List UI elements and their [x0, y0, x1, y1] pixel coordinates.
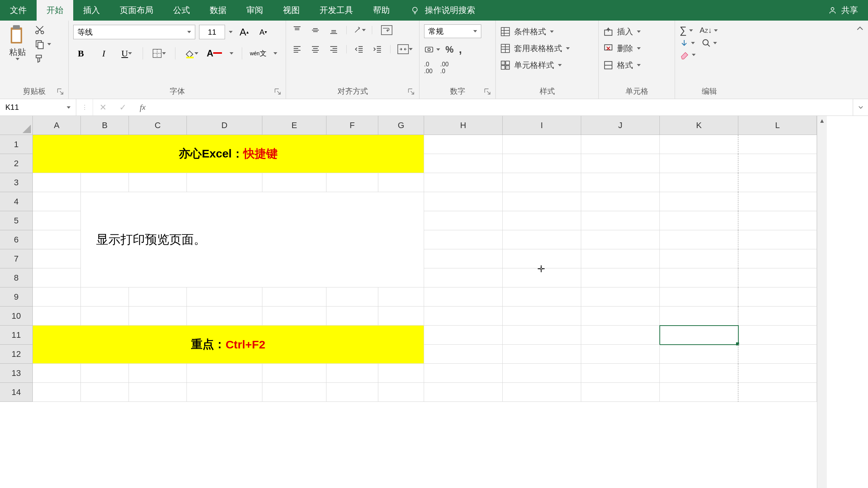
align-top-button[interactable] [291, 24, 304, 36]
bold-button[interactable]: B [73, 46, 88, 61]
cell[interactable] [503, 230, 581, 249]
autosum-button[interactable]: ∑ [680, 24, 693, 36]
increase-indent-button[interactable] [371, 43, 384, 55]
row-header[interactable]: 5 [0, 211, 33, 230]
cell[interactable] [503, 307, 581, 326]
cell[interactable] [424, 192, 503, 211]
vertical-scrollbar[interactable]: ▲ [817, 116, 827, 488]
cell[interactable] [581, 192, 660, 211]
cell[interactable] [581, 307, 660, 326]
cell[interactable] [81, 307, 129, 326]
cell[interactable] [660, 249, 738, 268]
cell[interactable] [738, 307, 817, 326]
tab-file[interactable]: 文件 [0, 0, 37, 21]
tell-me-search[interactable]: 操作说明搜索 [410, 0, 475, 21]
cell[interactable] [738, 364, 817, 383]
row-header[interactable]: 11 [0, 326, 33, 345]
increase-decimal-button[interactable]: .0.00 [424, 61, 432, 75]
cell[interactable] [424, 211, 503, 230]
cell[interactable] [33, 173, 81, 192]
cell[interactable] [129, 307, 187, 326]
merge-center-button[interactable] [397, 43, 413, 55]
cell[interactable] [424, 173, 503, 192]
cell[interactable] [424, 326, 503, 345]
cell[interactable] [262, 383, 326, 402]
column-header[interactable]: K [660, 116, 738, 135]
cell[interactable] [262, 287, 326, 307]
cell[interactable] [581, 383, 660, 402]
cell[interactable] [738, 326, 817, 345]
cell[interactable] [33, 383, 81, 402]
column-header[interactable]: J [581, 116, 660, 135]
font-color-button[interactable]: A [207, 46, 222, 61]
tab-data[interactable]: 数据 [200, 0, 236, 21]
cell[interactable] [424, 230, 503, 249]
tab-pagelayout[interactable]: 页面布局 [110, 0, 163, 21]
cell[interactable] [738, 345, 817, 364]
cell[interactable] [503, 192, 581, 211]
cell[interactable] [378, 287, 424, 307]
cell[interactable] [503, 154, 581, 173]
cell[interactable] [660, 173, 738, 192]
cell[interactable]: 显示打印预览页面。 [81, 192, 424, 287]
insert-cells-button[interactable]: 插入 [603, 24, 641, 39]
cell[interactable] [738, 230, 817, 249]
cell[interactable] [129, 287, 187, 307]
cell[interactable] [262, 173, 326, 192]
align-center-button[interactable] [309, 43, 322, 55]
cell[interactable] [503, 249, 581, 268]
cell[interactable] [81, 287, 129, 307]
dialog-launcher-icon[interactable] [274, 88, 281, 95]
cell[interactable] [424, 364, 503, 383]
cell[interactable] [424, 345, 503, 364]
cell[interactable] [81, 364, 129, 383]
cell[interactable] [660, 326, 738, 345]
name-box[interactable]: K11 [0, 99, 76, 116]
cell[interactable] [581, 364, 660, 383]
cell[interactable] [503, 345, 581, 364]
cell[interactable] [738, 192, 817, 211]
cell[interactable] [581, 154, 660, 173]
tab-formulas[interactable]: 公式 [163, 0, 200, 21]
cell-styles-button[interactable]: 单元格样式 [500, 58, 562, 72]
decrease-indent-button[interactable] [353, 43, 366, 55]
decrease-font-button[interactable]: A▾ [256, 24, 271, 40]
align-bottom-button[interactable] [327, 24, 340, 36]
column-header[interactable]: G [378, 116, 424, 135]
font-size-select[interactable]: 11 [199, 25, 225, 39]
cell[interactable] [378, 364, 424, 383]
comma-button[interactable]: , [459, 43, 462, 56]
cell[interactable] [581, 135, 660, 154]
cell[interactable] [503, 364, 581, 383]
underline-button[interactable]: U [119, 46, 134, 61]
align-left-button[interactable] [291, 43, 304, 55]
cell[interactable] [424, 154, 503, 173]
column-header[interactable]: L [738, 116, 817, 135]
cell[interactable] [581, 173, 660, 192]
cell[interactable] [424, 383, 503, 402]
cell[interactable] [660, 135, 738, 154]
orientation-button[interactable] [353, 24, 366, 36]
number-format-select[interactable]: 常规 [424, 24, 481, 38]
cell[interactable] [424, 287, 503, 307]
cell[interactable] [660, 364, 738, 383]
cell[interactable] [503, 326, 581, 345]
row-header[interactable]: 8 [0, 268, 33, 287]
column-header[interactable]: A [33, 116, 81, 135]
accept-formula-button[interactable]: ✓ [113, 103, 133, 112]
cell[interactable] [326, 287, 378, 307]
row-header[interactable]: 14 [0, 383, 33, 402]
dialog-launcher-icon[interactable] [408, 88, 415, 95]
cell[interactable] [187, 383, 262, 402]
formula-input[interactable] [153, 99, 853, 116]
cell[interactable] [503, 173, 581, 192]
cell[interactable] [33, 211, 81, 230]
tab-developer[interactable]: 开发工具 [310, 0, 363, 21]
cell[interactable] [33, 249, 81, 268]
column-header[interactable]: D [187, 116, 262, 135]
chevron-down-icon[interactable] [229, 31, 233, 33]
format-as-table-button[interactable]: 套用表格格式 [500, 41, 570, 56]
cell[interactable] [326, 173, 378, 192]
cell[interactable] [660, 383, 738, 402]
column-header[interactable]: F [326, 116, 378, 135]
